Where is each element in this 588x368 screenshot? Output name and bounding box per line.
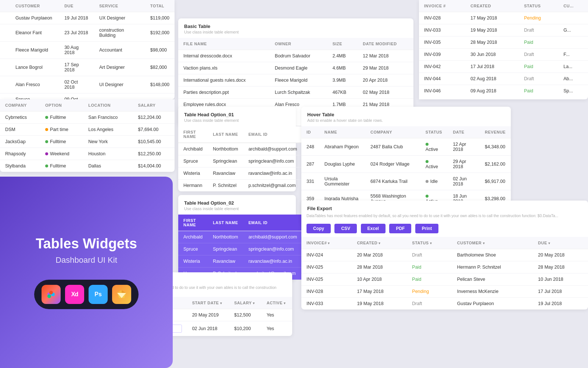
table-row: ArchibaldNorthbottomarchibald@support.co… [178, 231, 302, 243]
opt02-col-first: First Name [178, 215, 208, 231]
svg-point-4 [49, 291, 53, 294]
table-row: INV-03528 May 2018Paid [419, 36, 588, 49]
hover-table-title: Hover Table [301, 107, 511, 118]
opt01-title: Table Head Option_01 [178, 107, 296, 118]
table-row: INV-03319 May 2018DraftGustav Purplaeon1… [301, 298, 588, 310]
top-left-table: Customer Due Service Total Gustav Purpla… [0, 0, 175, 99]
col-empty [0, 0, 10, 12]
col-location: Location [83, 99, 133, 112]
ps-icon: Ps [89, 285, 108, 304]
hero-section: Tables Widgets Dashboard UI Kit Xd Ps [0, 177, 173, 368]
hero-title: Tables Widgets [36, 236, 137, 252]
table-row: StylbandaFulltimeDallas$14,004.00 [0, 160, 175, 172]
file-export-card: File Export DataTables has most features… [301, 201, 588, 309]
col-total: Total [145, 0, 175, 12]
edit-col-active[interactable]: Active [261, 297, 292, 309]
table-row: Vaction plans.xlsDesmond Eagle4.6MB29 Ma… [178, 62, 413, 74]
col-owner: Owner [270, 38, 327, 50]
table-row: SpruceSpringcleanspringclean@info.com [178, 243, 302, 255]
col-due: Due [59, 0, 94, 12]
csv-button[interactable]: CSV [334, 224, 357, 233]
opt02-subtitle: Use class inside table element [178, 206, 296, 215]
table-row: 287Douglas Lyphe024 Rodger VillageActive… [301, 156, 511, 173]
opt01-col-last: Last Name [208, 126, 243, 143]
table-row: DSMPart timeLos Angeles$7,694.00 [0, 124, 175, 136]
opt02-col-email: Email ID [243, 215, 302, 231]
employment-table: Company Option Location Salary Cybrnetic… [0, 99, 175, 172]
svg-point-3 [47, 294, 51, 298]
opt02-col-last: Last Name [208, 215, 243, 231]
table-row: Fleece Marigold30 Aug 2018Accountant$98,… [0, 42, 175, 59]
table-row: JacksGapFulltimeNew York$10,545.00 [0, 136, 175, 148]
print-button[interactable]: Print [415, 224, 438, 233]
file-export-desc: DataTables has most features enabled by … [301, 212, 588, 221]
table-row: INV-02510 Apr 2018PaidPelican Steve10 Ju… [301, 273, 588, 286]
table-row: Lance Bogrol17 Sep 2018Art Designer$82,0… [0, 59, 175, 76]
table-row: International guests rules.docxFleece Ma… [178, 74, 413, 86]
hover-col-id: ID [301, 126, 319, 138]
copy-button[interactable]: Copy [306, 224, 331, 233]
export-col-invoice[interactable]: Invoice# [301, 237, 352, 249]
table-row: INV-02817 May 2018PendingInverness McKen… [301, 286, 588, 298]
table-row: Alan Fresco02 Oct 2018UI Designer$148,00… [0, 76, 175, 93]
table-opt02-card: Table Head Option_02 Use class inside ta… [178, 195, 296, 280]
col-service: Service [94, 0, 145, 12]
export-col-customer[interactable]: Customer [452, 237, 533, 249]
table-row: RhapsodyWeekendHouston$12,250.00 [0, 148, 175, 160]
table-row: 331Ursula Gummeister6874 Karluka TrailId… [301, 173, 511, 190]
hover-col-date: Date [448, 126, 480, 138]
table-opt01-card: Table Head Option_01 Use class inside ta… [178, 107, 296, 191]
table-row: CybrneticsFulltimeSan Francisco$12,204.0… [0, 112, 175, 124]
hover-col-name: Name [319, 126, 365, 138]
edit-col-salary[interactable]: Salary [229, 297, 261, 309]
inv-col-status: Status [519, 0, 558, 12]
table-row: Internal dresscode.docxBodrum Salvador2.… [178, 50, 413, 62]
col-filename: File Name [178, 38, 270, 50]
col-salary: Salary [133, 99, 175, 112]
table-row: Spruce Springclean09 Oct 2018CEO$82,000 [0, 93, 175, 100]
tool-icons-bar: Xd Ps [34, 280, 139, 309]
opt01-col-first: First Name [178, 126, 208, 143]
inv-col-num: Invoice # [419, 0, 465, 12]
export-buttons-group: Copy CSV Excel PDF Print [301, 221, 588, 237]
col-size: Size [327, 38, 358, 50]
inv-col-created: Created [465, 0, 519, 12]
invoice-table-right: Invoice # Created Status Cu... INV-02817… [419, 0, 588, 99]
sketch-icon [112, 285, 131, 304]
basic-table-title: Basic Table [178, 18, 413, 30]
hover-col-revenue: Revenue [480, 126, 511, 138]
col-customer: Customer [10, 0, 59, 12]
table-row: 248Abraham Pigeon2487 Balla ClubActive12… [301, 138, 511, 156]
xd-icon: Xd [65, 285, 84, 304]
export-col-status[interactable]: Status [407, 237, 452, 249]
hover-col-status: Status [420, 126, 448, 138]
table-row: INV-02420 Mar 2018DraftBartholomew Shoe2… [301, 249, 588, 261]
col-company: Company [0, 99, 40, 112]
opt01-subtitle: Use class inside table element [178, 118, 296, 126]
edit-col-start[interactable]: Start Date [187, 297, 229, 309]
export-col-created[interactable]: Created [352, 237, 407, 249]
figma-icon [42, 285, 61, 304]
table-row: SpruceSpringcleanspringclean@info.com [178, 155, 302, 167]
opt02-title: Table Head Option_02 [178, 195, 296, 206]
table-row: INV-04609 Aug 2018PaidSp... [419, 85, 588, 97]
opt01-col-email: Email ID [243, 126, 302, 143]
table-row: WisteriaRavanclawravanclaw@info.ac.in [178, 167, 302, 180]
table-row: INV-03930 Jun 2018DraftF... [419, 49, 588, 61]
table-row: Gustav Purplaeon19 Jul 2018UX Designer$1… [0, 12, 175, 24]
invoice-right-showing: Showing 1 to 10 of 57 Entries [419, 97, 588, 99]
table-row: INV-04402 Aug 2018DraftAb... [419, 73, 588, 85]
excel-button[interactable]: Excel [361, 224, 386, 233]
table-row: ArchibaldNorthbottomarchibald@support.co… [178, 143, 302, 155]
table-row: Parties description.pptLurch Schpaltzak4… [178, 86, 413, 99]
hero-subtitle: Dashboard UI Kit [55, 255, 117, 265]
col-option: Option [40, 99, 83, 112]
table-row: INV-03319 May 2018DraftG... [419, 24, 588, 36]
table-row: Eleanor Fant23 Jul 2018construction Buil… [0, 24, 175, 42]
col-datemod: Date Modified [358, 38, 413, 50]
file-export-title: File Export [301, 201, 588, 212]
table-row: INV-02528 Mar 2018PaidHermann P. Schnitz… [301, 261, 588, 273]
inv-col-cu: Cu... [558, 0, 588, 12]
export-col-due[interactable]: Due [533, 237, 588, 249]
pdf-button[interactable]: PDF [389, 224, 411, 233]
